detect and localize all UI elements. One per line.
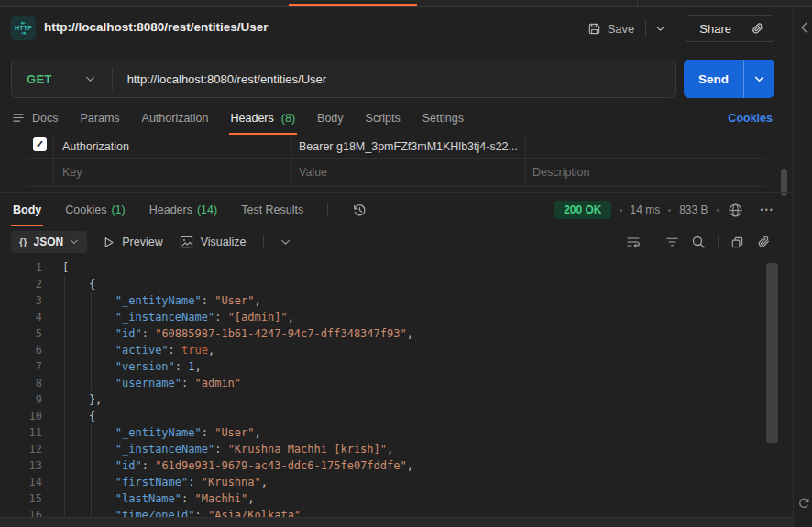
header-value-cell[interactable]: Bearer g18M_3pmFZf3mM1KHlb3tj4-s22... (299, 135, 518, 158)
code-text: "_instanceName": "[admin]", (42, 309, 294, 325)
line-number: 4 (0, 309, 42, 325)
tab-label: Headers (231, 112, 274, 125)
code-text: "_entityName": "User", (42, 292, 261, 309)
code-line: 2 { (0, 276, 413, 292)
search-icon[interactable] (691, 235, 706, 249)
tab-label: Docs (32, 112, 58, 125)
line-number: 3 (0, 292, 42, 309)
response-scrollbar[interactable] (766, 263, 778, 443)
header-row-authorization: ✓ Authorization Bearer g18M_3pmFZf3mM1KH… (26, 135, 766, 159)
response-panel: BodyCookies(1)Headers(14)Test Results 20… (0, 192, 793, 527)
divider (112, 68, 113, 90)
viewer-options-chevron[interactable] (280, 239, 291, 246)
tab-count: (14) (197, 203, 217, 216)
tab-authorization[interactable]: Authorization (142, 101, 209, 135)
key-placeholder[interactable]: Key (62, 159, 82, 186)
line-number: 8 (0, 375, 42, 391)
code-line: 6 "active": true, (0, 342, 413, 358)
response-tab-headers[interactable]: Headers(14) (149, 193, 217, 226)
visualize-icon (180, 236, 193, 248)
header-enabled-checkbox[interactable]: ✓ (33, 137, 47, 151)
tab-headers[interactable]: Headers(8) (231, 101, 296, 135)
code-text: "timeZoneId": "Asia/Kolkata" (42, 507, 301, 517)
tab-label: Test Results (241, 203, 303, 216)
tab-body[interactable]: Body (317, 101, 344, 135)
history-icon[interactable] (352, 203, 368, 218)
code-line: 14 "firstName": "Krushna", (0, 474, 413, 490)
tab-scripts[interactable]: Scripts (366, 101, 401, 135)
collapse-panel-icon[interactable] (796, 20, 811, 35)
http-request-icon: ⇤HTTP⇥ (11, 16, 36, 40)
line-number: 7 (0, 358, 42, 375)
save-options-chevron[interactable] (646, 26, 675, 32)
header-key-cell[interactable]: Authorization (62, 135, 129, 158)
response-tab-body[interactable]: Body (13, 193, 41, 226)
cookies-link[interactable]: Cookies (728, 101, 773, 135)
tab-params[interactable]: Params (80, 101, 119, 135)
refresh-icon[interactable] (796, 496, 811, 511)
divider (741, 21, 741, 36)
tab-label: Params (80, 112, 119, 125)
response-body-json: 1[2 {3 "_entityName": "User",4 "_instanc… (0, 258, 793, 517)
request-panel: ⇤HTTP⇥ http://localhost:8080/rest/entiti… (0, 7, 793, 527)
indent-guide (64, 276, 65, 517)
link-icon[interactable] (751, 22, 764, 36)
response-tab-cookies[interactable]: Cookies(1) (65, 193, 125, 226)
header-row-empty: Key Value Description (26, 159, 766, 187)
url-input[interactable]: http://localhost:8080/rest/entities/User (127, 72, 327, 86)
send-options-chevron[interactable] (744, 60, 774, 98)
headers-table: ✓ Authorization Bearer g18M_3pmFZf3mM1KH… (0, 135, 793, 187)
line-number: 14 (0, 474, 42, 490)
divider (263, 235, 264, 249)
format-selector[interactable]: {} JSON (11, 231, 87, 253)
response-viewer-toolbar: {} JSON Preview Visualize (0, 226, 793, 258)
code-line: 12 "_instanceName": "Krushna Machhi [kri… (0, 441, 413, 457)
wrap-text-icon[interactable] (626, 235, 641, 249)
line-number: 16 (0, 507, 42, 517)
method-selector[interactable]: GET (12, 72, 52, 86)
format-label: JSON (34, 236, 64, 248)
description-placeholder[interactable]: Description (532, 159, 590, 186)
value-placeholder[interactable]: Value (299, 159, 327, 186)
copy-icon[interactable] (730, 236, 744, 249)
code-line: 3 "_entityName": "User", (0, 292, 413, 309)
horizontal-scrollbar-track[interactable] (0, 517, 793, 527)
code-line: 15 "lastName": "Machhi", (0, 490, 413, 507)
tab-strip-divider (637, 0, 638, 7)
dot-separator (668, 209, 671, 212)
tab-label: Authorization (142, 112, 209, 125)
filter-icon[interactable] (665, 236, 679, 248)
link-icon[interactable] (756, 235, 771, 249)
docs-icon (13, 113, 25, 123)
response-tabs: BodyCookies(1)Headers(14)Test Results 20… (0, 193, 793, 226)
line-number: 5 (0, 325, 42, 342)
save-button[interactable]: Save (576, 22, 646, 36)
tab-settings[interactable]: Settings (422, 101, 464, 135)
column-divider (53, 135, 54, 158)
more-options-icon[interactable]: ••• (761, 205, 774, 214)
tab-label: Headers (149, 203, 192, 216)
visualize-button[interactable]: Visualize (180, 236, 247, 248)
send-label[interactable]: Send (684, 60, 744, 98)
visualize-label: Visualize (201, 236, 247, 248)
column-divider (53, 159, 54, 186)
response-tab-test-results[interactable]: Test Results (241, 193, 303, 226)
code-line: 13 "id": "61d9e931-9679-ac43-ddc6-175fe0… (0, 457, 413, 474)
method-chevron-icon[interactable] (85, 76, 95, 82)
workspace-tab-strip (0, 0, 812, 7)
line-number: 6 (0, 342, 42, 358)
globe-icon[interactable] (728, 203, 743, 218)
preview-button[interactable]: Preview (104, 236, 162, 248)
request-tabs: DocsParamsAuthorizationHeaders(8)BodyScr… (0, 101, 793, 135)
code-text: "version": 1, (42, 358, 202, 375)
send-button[interactable]: Send (684, 60, 774, 98)
save-icon (587, 22, 601, 36)
line-number: 15 (0, 490, 42, 507)
column-divider (525, 135, 526, 158)
column-divider (291, 135, 292, 158)
share-button[interactable]: Share (686, 15, 774, 42)
url-row: GET http://localhost:8080/rest/entities/… (0, 55, 793, 101)
code-line: 5 "id": "60885987-1b61-4247-94c7-dff3483… (0, 325, 413, 342)
response-meta: 200 OK 14 ms 833 B ••• (554, 193, 774, 226)
tab-docs[interactable]: Docs (13, 101, 58, 135)
